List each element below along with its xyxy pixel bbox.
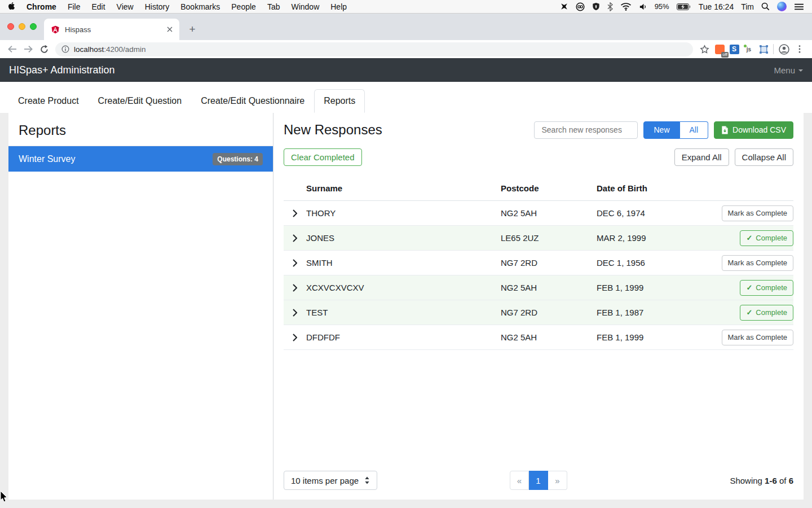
content-card: Reports Winter Survey Questions: 4 New R…	[8, 113, 804, 500]
tab-create-product[interactable]: Create Product	[8, 89, 89, 113]
mark-as-complete-button[interactable]: Mark as Complete	[722, 205, 793, 221]
extension-js-icon[interactable]: js	[742, 42, 756, 56]
next-page-button[interactable]: »	[548, 471, 567, 490]
apple-icon	[8, 2, 15, 10]
expand-row-button[interactable]	[290, 257, 299, 269]
angular-favicon	[51, 25, 60, 34]
collapse-all-button[interactable]: Collapse All	[735, 148, 793, 166]
filter-new-button[interactable]: New	[643, 121, 679, 139]
tab-reports[interactable]: Reports	[314, 89, 365, 113]
apple-menu-icon[interactable]	[8, 2, 15, 12]
bookmark-star-button[interactable]	[696, 41, 712, 57]
profile-avatar-button[interactable]	[776, 41, 792, 57]
avast-icon[interactable]	[560, 2, 568, 11]
menubar-item-edit[interactable]: Edit	[91, 2, 105, 11]
responses-actions: Clear Completed Expand All Collapse All	[284, 148, 793, 166]
menubar-clock[interactable]: Tue 16:24	[699, 2, 734, 11]
reports-panel-title: Reports	[19, 121, 263, 139]
expand-row-button[interactable]	[290, 207, 299, 220]
chevron-right-icon	[293, 209, 297, 217]
expand-row-button[interactable]	[290, 306, 299, 319]
back-icon	[7, 45, 17, 54]
complete-button[interactable]: ✓Complete	[740, 280, 793, 296]
menubar-item-file[interactable]: File	[68, 2, 81, 11]
previous-page-button[interactable]: «	[510, 471, 529, 490]
tab-create-edit-questionnaire[interactable]: Create/Edit Questionnaire	[191, 89, 314, 113]
new-tab-button[interactable]: +	[185, 21, 200, 36]
menubar-user[interactable]: Tim	[741, 2, 754, 11]
items-per-page-select[interactable]: 10 items per page	[284, 471, 377, 490]
current-page-button[interactable]: 1	[529, 471, 548, 490]
showing-label: Showing	[730, 476, 762, 485]
notification-center-icon[interactable]	[794, 3, 804, 11]
adobe-cc-icon[interactable]	[576, 2, 585, 11]
menubar-item-people[interactable]: People	[231, 2, 256, 11]
menubar-item-tab[interactable]: Tab	[267, 2, 280, 11]
chevron-right-icon	[293, 309, 297, 317]
menubar-item-bookmarks[interactable]: Bookmarks	[180, 2, 220, 11]
battery-charging-icon[interactable]	[677, 3, 691, 10]
items-per-page-label: 10 items per page	[291, 476, 359, 485]
expand-row-button[interactable]	[290, 232, 299, 244]
browser-tab[interactable]: Hispass	[44, 19, 179, 40]
app-menu-dropdown[interactable]: Menu	[774, 65, 803, 75]
mark-as-complete-button[interactable]: Mark as Complete	[722, 255, 793, 271]
download-csv-button[interactable]: Download CSV	[714, 121, 793, 139]
macos-menubar: Chrome File Edit View History Bookmarks …	[0, 0, 812, 14]
shield-icon[interactable]	[592, 2, 600, 11]
extension-s-icon[interactable]: S	[727, 42, 742, 56]
menubar-item-window[interactable]: Window	[291, 2, 319, 11]
battery-percent: 95%	[655, 2, 669, 11]
dob-cell: FEB 1, 1999	[597, 332, 717, 342]
search-input[interactable]	[534, 121, 638, 139]
filter-all-button[interactable]: All	[680, 121, 709, 139]
report-list-item-winter-survey[interactable]: Winter Survey Questions: 4	[8, 146, 273, 172]
postcode-cell: NG7 2RD	[501, 258, 597, 268]
close-window-button[interactable]	[7, 23, 14, 30]
complete-button[interactable]: ✓Complete	[740, 305, 793, 321]
extension-postman-icon[interactable]: off	[712, 42, 727, 56]
back-button[interactable]	[5, 41, 20, 57]
zoom-window-button[interactable]	[30, 23, 37, 30]
complete-button[interactable]: ✓Complete	[740, 230, 793, 246]
surname-cell: THORY	[306, 208, 501, 218]
browser-menu-button[interactable]	[792, 41, 807, 57]
app-nav-tabs: Create Product Create/Edit Question Crea…	[0, 82, 812, 113]
wifi-icon[interactable]	[620, 2, 632, 11]
close-tab-icon[interactable]	[167, 25, 173, 34]
responses-title: New Responses	[284, 121, 382, 139]
expand-all-button[interactable]: Expand All	[674, 148, 729, 166]
expand-row-button[interactable]	[290, 331, 299, 344]
download-csv-label: Download CSV	[732, 125, 786, 134]
menubar-item-help[interactable]: Help	[330, 2, 347, 11]
bluetooth-icon[interactable]	[607, 2, 613, 11]
postcode-cell: NG2 5AH	[501, 283, 597, 292]
extension-ruler-icon[interactable]	[756, 42, 771, 56]
table-row: THORY NG2 5AH DEC 6, 1974 Mark as Comple…	[284, 201, 793, 226]
dob-cell: MAR 2, 1999	[597, 233, 717, 243]
dob-cell: FEB 1, 1999	[597, 283, 717, 292]
volume-icon[interactable]	[639, 3, 647, 11]
menubar-item-chrome[interactable]: Chrome	[27, 2, 56, 11]
chevron-right-icon	[293, 259, 297, 267]
siri-icon[interactable]	[777, 2, 787, 11]
menubar-item-view[interactable]: View	[117, 2, 134, 11]
mark-as-complete-button[interactable]: Mark as Complete	[722, 330, 793, 345]
showing-range: 1-6	[765, 476, 777, 485]
address-bar[interactable]: localhost:4200/admin	[55, 42, 693, 56]
page-info-icon[interactable]	[61, 45, 69, 53]
sort-arrows-icon	[364, 476, 370, 484]
reload-button[interactable]	[36, 41, 52, 57]
star-icon	[700, 45, 709, 54]
responses-header: New Responses New All Download CSV	[284, 121, 793, 139]
app-header: HISpas+ Administration Menu	[0, 58, 812, 82]
menubar-item-history[interactable]: History	[145, 2, 170, 11]
minimize-window-button[interactable]	[19, 23, 25, 30]
forward-button[interactable]	[20, 41, 36, 57]
clear-completed-button[interactable]: Clear Completed	[284, 148, 362, 166]
spotlight-search-icon[interactable]	[761, 2, 770, 11]
url-text[interactable]: localhost:4200/admin	[74, 45, 146, 54]
tab-create-edit-question[interactable]: Create/Edit Question	[89, 89, 192, 113]
expand-row-button[interactable]	[290, 282, 299, 294]
chevron-right-icon	[293, 234, 297, 242]
